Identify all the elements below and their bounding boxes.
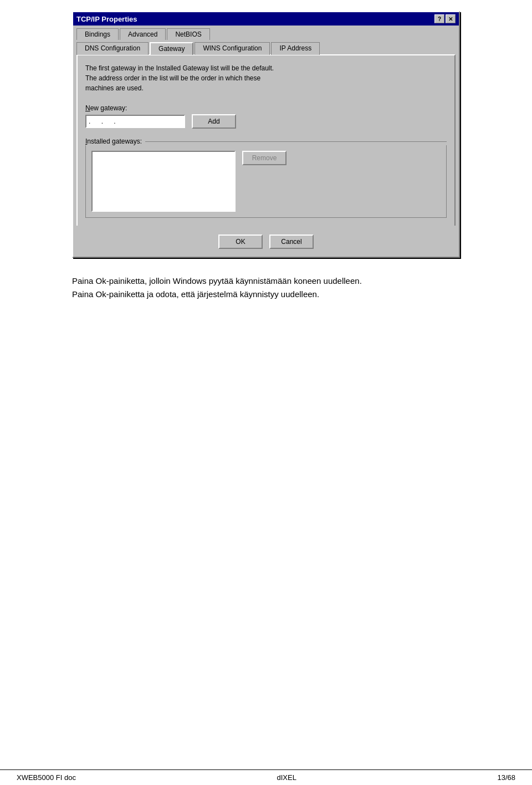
dialog-title: TCP/IP Properties xyxy=(76,15,137,23)
new-gateway-label: New gateway: xyxy=(85,104,447,112)
tab-dns-configuration[interactable]: DNS Configuration xyxy=(76,42,149,55)
gateway-ip-input[interactable]: . . . xyxy=(85,115,185,128)
help-button[interactable]: ? xyxy=(434,14,444,23)
tab-gateway[interactable]: Gateway xyxy=(150,42,193,55)
tab-row-1: Bindings Advanced NetBIOS xyxy=(73,26,459,39)
title-bar: TCP/IP Properties ? ✕ xyxy=(73,12,459,26)
tcp-ip-dialog: TCP/IP Properties ? ✕ Bindings Advanced … xyxy=(72,11,460,258)
body-text: Paina Ok-painiketta, jolloin Windows pyy… xyxy=(72,274,460,301)
dialog-content: The first gateway in the Installed Gatew… xyxy=(76,54,456,226)
group-box-inner: Remove xyxy=(91,151,441,212)
tab-advanced[interactable]: Advanced xyxy=(120,28,166,40)
cancel-button[interactable]: Cancel xyxy=(269,235,314,249)
tab-wins-configuration[interactable]: WINS Configuration xyxy=(195,42,270,55)
ok-button[interactable]: OK xyxy=(218,235,263,249)
installed-gateways-list[interactable] xyxy=(91,151,236,212)
group-box-content: Remove xyxy=(85,145,447,218)
page-footer: XWEB5000 FI doc dIXEL 13/68 xyxy=(0,769,532,785)
new-gateway-underline: N xyxy=(85,104,90,112)
info-text: The first gateway in the Installed Gatew… xyxy=(85,63,447,93)
installed-gateways-section: Installed gateways: Remove xyxy=(85,137,447,218)
tab-netbios[interactable]: NetBIOS xyxy=(167,28,209,40)
info-line-2: The address order in the list will be th… xyxy=(85,73,447,83)
footer-right: 13/68 xyxy=(497,773,515,782)
info-line-3: machines are used. xyxy=(85,83,447,93)
footer-left: XWEB5000 FI doc xyxy=(17,773,76,782)
close-button[interactable]: ✕ xyxy=(446,14,456,23)
group-label: Installed gateways: xyxy=(85,137,144,145)
info-line-1: The first gateway in the Installed Gatew… xyxy=(85,63,447,73)
dialog-footer: OK Cancel xyxy=(73,229,459,257)
tab-ip-address[interactable]: IP Address xyxy=(271,42,320,55)
title-bar-buttons: ? ✕ xyxy=(434,14,456,23)
tab-bindings[interactable]: Bindings xyxy=(76,28,119,40)
add-button[interactable]: Add xyxy=(192,114,236,129)
input-row: . . . Add xyxy=(85,114,447,129)
footer-center: dIXEL xyxy=(277,773,296,782)
body-text-line2: Paina Ok-painiketta ja odota, että järje… xyxy=(72,288,460,301)
tab-row-2: DNS Configuration Gateway WINS Configura… xyxy=(73,39,459,54)
body-text-line1: Paina Ok-painiketta, jolloin Windows pyy… xyxy=(72,274,460,288)
remove-button[interactable]: Remove xyxy=(242,151,287,165)
